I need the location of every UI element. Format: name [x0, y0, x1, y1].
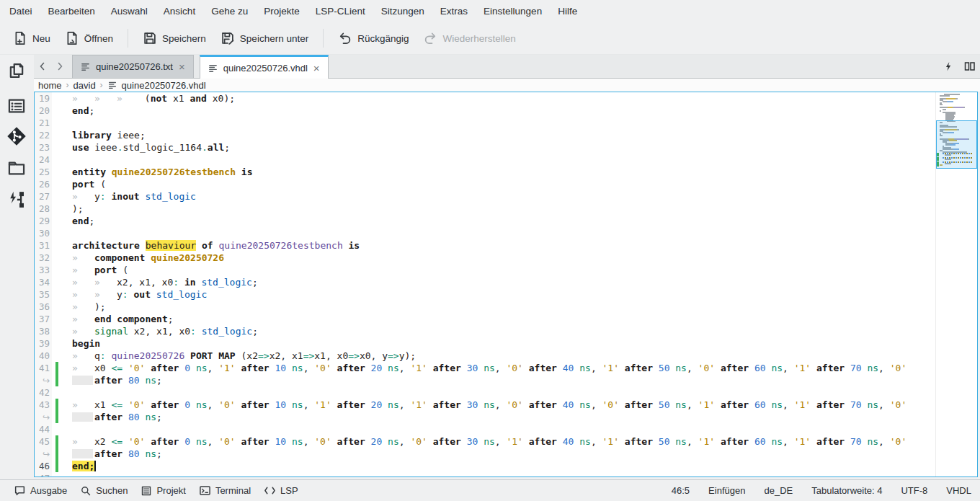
line-number: ↪ [35, 374, 52, 386]
menu-ansicht[interactable]: Ansicht [156, 0, 203, 22]
code-line-text: entity quine20250726testbench is [71, 166, 936, 178]
line-number: 33 [35, 264, 52, 276]
code-line-text: »y: inout std_logic [71, 190, 936, 203]
breadcrumb-david[interactable]: david [74, 80, 96, 91]
statusbar-terminal-button[interactable]: Terminal [192, 480, 257, 501]
breadcrumb-separator: › [100, 80, 103, 90]
code-line-text: use ieee.std_logic_1164.all; [71, 141, 936, 154]
code-row: 46end; [35, 460, 936, 472]
code-row: 27»y: inout std_logic [35, 190, 936, 203]
statusbar-suchen-button[interactable]: Suchen [74, 480, 134, 501]
code-row: 42 [35, 386, 936, 399]
modified-marker-column [52, 203, 71, 215]
quick-open-button[interactable] [943, 61, 953, 72]
code-line-text [71, 423, 936, 435]
line-number: 30 [35, 227, 52, 239]
code-line-text [71, 227, 936, 239]
code-row: 38»signal x2, x1, x0: std_logic; [35, 325, 936, 337]
undo-button[interactable]: Rückgängig [331, 27, 416, 50]
code-row: 44 [35, 423, 936, 435]
tab-close-icon[interactable]: × [178, 61, 186, 72]
redo-button[interactable]: Wiederherstellen [416, 27, 522, 50]
chevron-left-icon [37, 61, 48, 72]
modified-marker-column [52, 423, 71, 435]
breadcrumb-file[interactable]: quine20250726.vhdl [122, 80, 206, 91]
statusbar-insert-mode[interactable]: Einfügen [708, 485, 745, 496]
open-file-icon [65, 31, 79, 45]
redo-icon [423, 31, 437, 45]
statusbar-projekt-button[interactable]: Projekt [134, 480, 192, 501]
tab-close-icon[interactable]: × [313, 63, 321, 74]
code-row: 20end; [35, 105, 936, 117]
menu-einstellungen[interactable]: Einstellungen [476, 0, 550, 22]
line-number: 47 [35, 472, 52, 476]
code-area[interactable]: 19»»» (not x1 and x0);20end;2122library … [35, 92, 936, 476]
statusbar-dictionary[interactable]: de_DE [764, 485, 793, 496]
minimap-scrollbar[interactable] [935, 92, 977, 476]
dock-folder-button[interactable] [6, 157, 27, 179]
line-number: 28 [35, 203, 52, 215]
tab-quine20250726.vhdl[interactable]: quine20250726.vhdl× [200, 55, 329, 79]
modified-marker-column [52, 215, 71, 227]
wrap-arrow-icon: ↪ [43, 376, 50, 386]
code-wrap-row: ↪after 80 ns; [35, 411, 936, 423]
open-button[interactable]: Öffnen [58, 27, 120, 50]
breadcrumb-separator: › [66, 80, 69, 90]
code-line-text: end; [71, 215, 936, 227]
line-number: 27 [35, 190, 52, 203]
save-as-button[interactable]: Speichern unter [213, 27, 316, 50]
menu-sitzungen[interactable]: Sitzungen [373, 0, 432, 22]
menu-gehe-zu[interactable]: Gehe zu [203, 0, 256, 22]
menu-auswahl[interactable]: Auswahl [103, 0, 156, 22]
code-line-text: »x2 <= '0' after 0 ns, '0' after 10 ns, … [71, 435, 936, 448]
symbols-icon [6, 190, 27, 210]
text-doc-icon [208, 63, 218, 74]
breadcrumb-home[interactable]: home [38, 80, 62, 91]
code-row: 29end; [35, 215, 936, 227]
code-row: 37»end component; [35, 313, 936, 325]
breadcrumb: home›david›quine20250726.vhdl [34, 79, 980, 92]
tab-label: quine20250726.txt [96, 61, 173, 72]
statusbar-encoding[interactable]: UTF-8 [901, 485, 927, 496]
statusbar-lsp-button[interactable]: LSP [257, 480, 305, 501]
code-row: 32»component quine20250726 [35, 252, 936, 264]
code-row: 26port ( [35, 178, 936, 190]
tab-forward-button[interactable] [51, 55, 68, 78]
statusbar-cursor-position[interactable]: 46:5 [672, 485, 690, 496]
modified-marker-column [52, 252, 71, 264]
undo-label: Rückgängig [357, 33, 409, 44]
dock-documents-button[interactable] [6, 60, 27, 81]
statusbar-tab-width[interactable]: Tabulatorweite: 4 [811, 485, 882, 496]
code-row: 28); [35, 203, 936, 215]
line-number: 21 [35, 117, 52, 129]
dock-symbols-button[interactable] [6, 189, 27, 210]
statusbar-label: Projekt [156, 485, 185, 496]
new-button[interactable]: Neu [6, 27, 58, 50]
tab-back-button[interactable] [34, 55, 51, 78]
menu-lsp-client[interactable]: LSP-CLient [308, 0, 373, 22]
modified-marker-column [52, 448, 71, 460]
folder-icon [6, 159, 27, 177]
menu-hilfe[interactable]: Hilfe [550, 0, 585, 22]
code-row: 47 [35, 472, 936, 476]
menu-bearbeiten[interactable]: Bearbeiten [40, 0, 103, 22]
line-number: 35 [35, 288, 52, 301]
dock-git-button[interactable] [6, 125, 27, 147]
editor[interactable]: 19»»» (not x1 and x0);20end;2122library … [34, 92, 978, 477]
terminal-icon [199, 484, 211, 497]
statusbar-ausgabe-button[interactable]: Ausgabe [7, 480, 74, 501]
menu-projekte[interactable]: Projekte [256, 0, 308, 22]
code-line-text [71, 472, 936, 476]
statusbar-syntax-mode[interactable]: VHDL [946, 485, 971, 496]
save-button[interactable]: Speichern [135, 27, 213, 50]
tab-quine20250726.txt[interactable]: quine20250726.txt× [72, 55, 194, 78]
modified-marker-column [52, 276, 71, 288]
dock-list-view-button[interactable] [6, 95, 27, 117]
menu-datei[interactable]: Datei [1, 0, 40, 22]
split-view-button[interactable] [963, 61, 976, 72]
modified-marker-column [52, 435, 71, 448]
line-number: 20 [35, 105, 52, 117]
menu-extras[interactable]: Extras [432, 0, 476, 22]
editor-column: quine20250726.txt×quine20250726.vhdl× ho… [34, 55, 980, 479]
minimap-viewport[interactable] [936, 120, 977, 169]
